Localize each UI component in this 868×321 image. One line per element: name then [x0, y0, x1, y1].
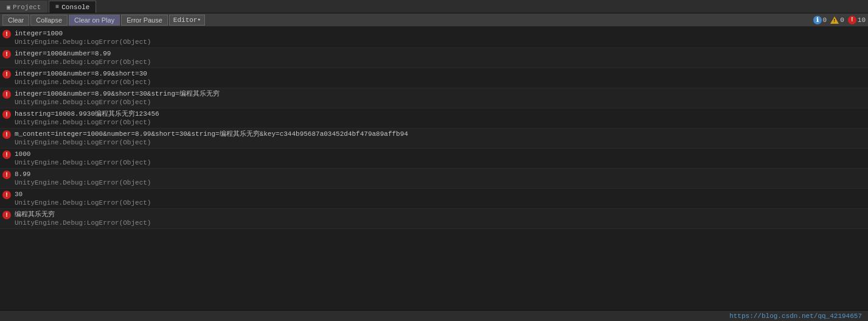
- footer: https://blog.csdn.net/qq_42194657: [0, 310, 868, 321]
- tab-bar: ▣ Project ≡ Console: [0, 0, 868, 13]
- log-main-text: hasstring=10008.9930编程其乐无穷123456: [15, 110, 866, 118]
- log-entry[interactable]: !integer=1000UnityEngine.Debug:LogError(…: [0, 28, 868, 48]
- log-main-text: integer=1000&number=8.99: [15, 49, 866, 58]
- clear-on-play-button[interactable]: Clear on Play: [69, 15, 120, 26]
- log-sub-text: UnityEngine.Debug:LogError(Object): [15, 199, 866, 207]
- log-sub-text: UnityEngine.Debug:LogError(Object): [15, 158, 866, 167]
- log-entry[interactable]: !integer=1000&number=8.99UnityEngine.Deb…: [0, 48, 868, 68]
- log-entry[interactable]: !integer=1000&number=8.99&short=30&strin…: [0, 88, 868, 108]
- error-entry-icon: !: [2, 211, 11, 219]
- badge-area: ℹ 0 0 ! 10: [813, 16, 866, 24]
- clear-button[interactable]: Clear: [2, 15, 29, 26]
- log-sub-text: UnityEngine.Debug:LogError(Object): [15, 219, 866, 227]
- error-entry-icon: !: [2, 110, 11, 119]
- log-entry[interactable]: !8.99UnityEngine.Debug:LogError(Object): [0, 169, 868, 189]
- warn-badge[interactable]: 0: [830, 16, 844, 24]
- tab-console-label: Console: [61, 4, 89, 11]
- warn-icon: [830, 16, 839, 24]
- log-entry[interactable]: !30UnityEngine.Debug:LogError(Object): [0, 189, 868, 209]
- tab-console[interactable]: ≡ Console: [49, 1, 96, 13]
- log-sub-text: UnityEngine.Debug:LogError(Object): [15, 138, 866, 147]
- toolbar: Clear Collapse Clear on Play Error Pause…: [0, 13, 868, 27]
- error-entry-icon: !: [2, 150, 11, 159]
- warn-count: 0: [840, 16, 844, 24]
- info-badge[interactable]: ℹ 0: [813, 16, 827, 24]
- log-sub-text: UnityEngine.Debug:LogError(Object): [15, 118, 866, 127]
- error-badge[interactable]: ! 10: [848, 16, 866, 24]
- log-main-text: integer=1000&number=8.99&short=30&string…: [15, 90, 866, 98]
- log-main-text: m_content=integer=1000&number=8.99&short…: [15, 130, 866, 138]
- error-entry-icon: !: [2, 171, 11, 179]
- editor-label: Editor: [173, 16, 198, 24]
- console-log-area[interactable]: !integer=1000UnityEngine.Debug:LogError(…: [0, 27, 868, 310]
- error-entry-icon: !: [2, 30, 11, 38]
- log-sub-text: UnityEngine.Debug:LogError(Object): [15, 78, 866, 86]
- log-entry[interactable]: !1000UnityEngine.Debug:LogError(Object): [0, 149, 868, 169]
- log-sub-text: UnityEngine.Debug:LogError(Object): [15, 178, 866, 187]
- error-entry-icon: !: [2, 70, 11, 79]
- log-sub-text: UnityEngine.Debug:LogError(Object): [15, 38, 866, 46]
- info-icon: ℹ: [813, 16, 822, 24]
- console-icon: ≡: [55, 4, 59, 10]
- tab-project[interactable]: ▣ Project: [0, 1, 47, 13]
- log-entry[interactable]: !hasstring=10008.9930编程其乐无穷123456UnityEn…: [0, 108, 868, 129]
- error-count: 10: [858, 16, 866, 24]
- error-pause-button[interactable]: Error Pause: [121, 15, 168, 26]
- footer-url: https://blog.csdn.net/qq_42194657: [729, 312, 862, 320]
- log-entry[interactable]: !编程其乐无穷UnityEngine.Debug:LogError(Object…: [0, 209, 868, 229]
- log-main-text: 编程其乐无穷: [15, 210, 866, 219]
- log-main-text: 1000: [15, 150, 866, 158]
- project-icon: ▣: [7, 4, 10, 11]
- collapse-button[interactable]: Collapse: [30, 15, 68, 26]
- log-main-text: integer=1000&number=8.99&short=30: [15, 69, 866, 78]
- log-entry[interactable]: !integer=1000&number=8.99&short=30UnityE…: [0, 68, 868, 88]
- log-main-text: integer=1000: [15, 29, 866, 38]
- error-entry-icon: !: [2, 130, 11, 139]
- log-entry[interactable]: !m_content=integer=1000&number=8.99&shor…: [0, 129, 868, 149]
- log-sub-text: UnityEngine.Debug:LogError(Object): [15, 58, 866, 66]
- error-entry-icon: !: [2, 50, 11, 58]
- error-icon: !: [848, 16, 856, 24]
- error-entry-icon: !: [2, 191, 11, 199]
- log-main-text: 8.99: [15, 170, 866, 178]
- editor-dropdown[interactable]: Editor: [169, 15, 205, 26]
- log-main-text: 30: [15, 190, 866, 199]
- log-sub-text: UnityEngine.Debug:LogError(Object): [15, 98, 866, 107]
- tab-project-label: Project: [13, 4, 41, 11]
- info-count: 0: [823, 16, 827, 24]
- error-entry-icon: !: [2, 90, 11, 99]
